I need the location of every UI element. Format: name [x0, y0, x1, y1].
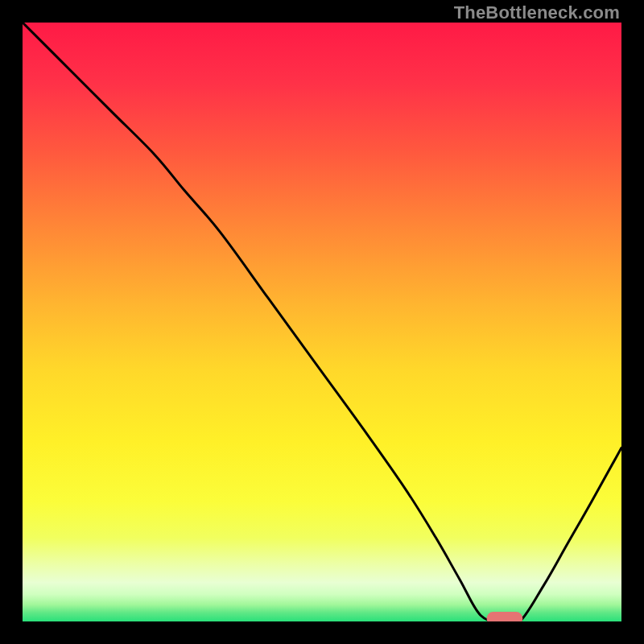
chart-frame: TheBottleneck.com [0, 0, 644, 644]
optimal-range-marker [487, 612, 523, 621]
watermark-text: TheBottleneck.com [454, 2, 620, 23]
bottleneck-chart [23, 23, 621, 621]
